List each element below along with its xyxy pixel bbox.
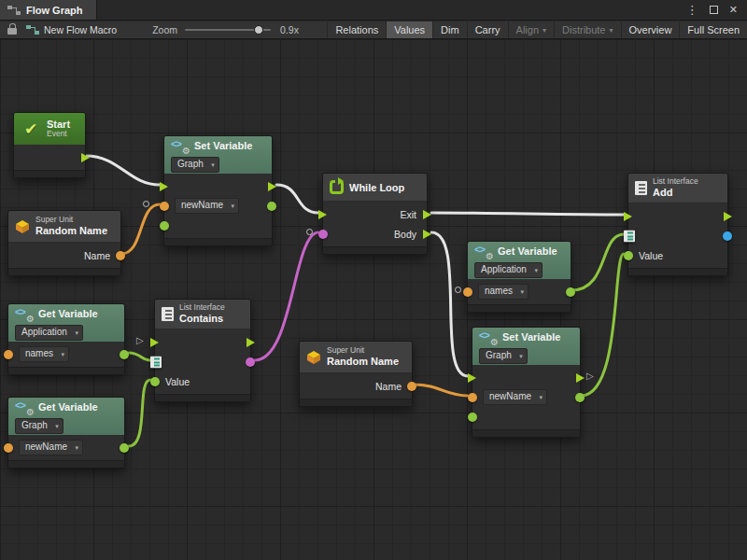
node-get-variable-graph-1[interactable]: Get Variable Graph newName	[7, 397, 125, 469]
toolbar-button-carry[interactable]: Carry	[467, 21, 508, 38]
body-out-port[interactable]	[423, 230, 431, 239]
node-get-variable-application-2[interactable]: Get Variable Application names	[467, 241, 571, 313]
toolbar-buttons: Relations Values Dim Carry Align Distrib…	[327, 21, 747, 38]
value-out-port[interactable]	[120, 350, 129, 359]
toolbar-button-distribute[interactable]: Distribute	[554, 21, 620, 38]
wire-names-to-contains-list	[129, 353, 150, 360]
macro-name: New Flow Macro	[44, 24, 117, 35]
node-footer	[8, 367, 124, 374]
node-set-variable-1[interactable]: Set Variable Graph newName	[163, 135, 273, 246]
flow-in-port[interactable]	[624, 212, 632, 221]
name-out-port[interactable]	[116, 251, 125, 260]
port-row: Exit	[323, 204, 427, 224]
wire-randomname1-to-setvar1	[121, 204, 160, 254]
list-in-port[interactable]	[624, 230, 635, 242]
current-macro[interactable]: New Flow Macro	[24, 24, 126, 35]
node-header: Set Variable Graph	[164, 136, 272, 174]
toolbar-button-fullscreen[interactable]: Full Screen	[679, 21, 747, 38]
menu-dots-icon[interactable]	[686, 4, 698, 16]
variable-scope-dropdown[interactable]: Application	[15, 325, 83, 341]
node-category: Super Unit	[35, 216, 107, 225]
toolbar-button-dim[interactable]: Dim	[432, 21, 467, 38]
toolbar-button-values[interactable]: Values	[386, 21, 432, 38]
toolbar-button-overview[interactable]: Overview	[621, 21, 680, 38]
value-out-port[interactable]	[575, 393, 585, 402]
node-title: Get Variable	[38, 308, 98, 319]
port-row	[155, 332, 250, 352]
port-row	[628, 206, 727, 226]
value-out-port[interactable]	[267, 202, 276, 211]
node-random-name-2[interactable]: Super Unit Random Name Name	[299, 341, 413, 407]
close-icon[interactable]	[729, 5, 738, 15]
tab-flow-graph[interactable]: Flow Graph	[0, 0, 97, 20]
variable-name-dropdown[interactable]: newName	[19, 440, 83, 455]
node-list-contains[interactable]: List Interface Contains Value	[154, 299, 251, 402]
node-footer	[468, 304, 571, 312]
exit-out-port[interactable]	[423, 210, 431, 219]
value-out-port[interactable]	[566, 287, 575, 297]
variable-name-dropdown[interactable]: names	[19, 346, 69, 362]
output-port-label: Name	[84, 250, 110, 261]
variable-name-dropdown[interactable]: newName	[483, 389, 547, 405]
flow-out-port[interactable]	[576, 373, 585, 383]
zoom-label: Zoom	[152, 24, 177, 35]
toolbar-button-relations[interactable]: Relations	[327, 21, 386, 38]
flow-in-port[interactable]	[150, 338, 159, 347]
node-footer	[164, 238, 272, 245]
node-title: Set Variable	[194, 140, 252, 151]
node-while-loop[interactable]: While Loop Exit Body	[322, 173, 428, 255]
graph-canvas[interactable]: Start Event Super Unit Random Name	[0, 39, 747, 560]
variable-scope-dropdown[interactable]: Application	[474, 262, 543, 278]
variable-scope-dropdown[interactable]: Graph	[15, 418, 63, 434]
value-in-port[interactable]	[150, 377, 160, 386]
flow-in-port[interactable]	[160, 182, 168, 191]
value-port-label: Value	[165, 376, 190, 387]
value-out-port[interactable]	[120, 443, 129, 453]
node-list-add[interactable]: List Interface Add Value	[627, 173, 728, 276]
result-out-port[interactable]	[246, 357, 255, 367]
flow-out-port[interactable]	[81, 153, 90, 162]
flow-out-port[interactable]	[268, 182, 276, 191]
flow-out-port[interactable]	[724, 212, 732, 221]
flow-in-port[interactable]	[318, 210, 327, 219]
wire-exit-to-add	[431, 213, 624, 215]
fallback-in-port[interactable]	[160, 221, 169, 231]
node-header: Get Variable Graph	[8, 398, 124, 435]
condition-in-port[interactable]	[318, 230, 328, 239]
value-in-port[interactable]	[624, 251, 633, 260]
variable-scope-dropdown[interactable]: Graph	[479, 348, 528, 364]
node-start-event[interactable]: Start Event	[13, 112, 86, 178]
port-row	[164, 216, 272, 235]
fallback-in-port[interactable]	[468, 413, 477, 422]
variable-name-dropdown[interactable]: newName	[175, 198, 239, 214]
list-in-port[interactable]	[150, 356, 162, 368]
list-out-port[interactable]	[723, 231, 732, 241]
flow-out-port[interactable]	[247, 338, 255, 347]
wire-randomname2-to-setvar2	[413, 385, 468, 396]
node-get-variable-application-1[interactable]: Get Variable Application names	[7, 303, 125, 375]
node-set-variable-2[interactable]: Set Variable Graph newName	[472, 327, 581, 438]
node-random-name-1[interactable]: Super Unit Random Name Name	[7, 210, 121, 276]
fallback-in-port[interactable]	[4, 443, 13, 453]
fallback-in-port[interactable]	[463, 287, 472, 297]
flow-graph-icon	[7, 5, 21, 16]
fallback-in-port[interactable]	[4, 350, 13, 359]
maximize-icon[interactable]	[710, 6, 718, 14]
node-title: While Loop	[349, 182, 404, 193]
node-title: Add	[653, 187, 698, 199]
flow-in-port[interactable]	[468, 373, 476, 383]
lock-icon[interactable]	[7, 28, 17, 35]
node-category: Super Unit	[327, 346, 399, 356]
port-row	[472, 407, 580, 427]
value-in-port[interactable]	[160, 202, 169, 211]
variable-name-dropdown[interactable]: names	[478, 284, 529, 300]
wire-setvar1-to-whileloop	[276, 185, 318, 213]
zoom-slider-handle[interactable]	[254, 25, 263, 35]
variable-scope-dropdown[interactable]: Graph	[171, 157, 219, 173]
zoom-slider[interactable]	[185, 29, 271, 31]
port-row: newName	[8, 438, 124, 457]
check-icon	[21, 119, 41, 138]
value-in-port[interactable]	[468, 393, 477, 402]
toolbar-button-align[interactable]: Align	[508, 21, 554, 38]
name-out-port[interactable]	[407, 382, 416, 391]
